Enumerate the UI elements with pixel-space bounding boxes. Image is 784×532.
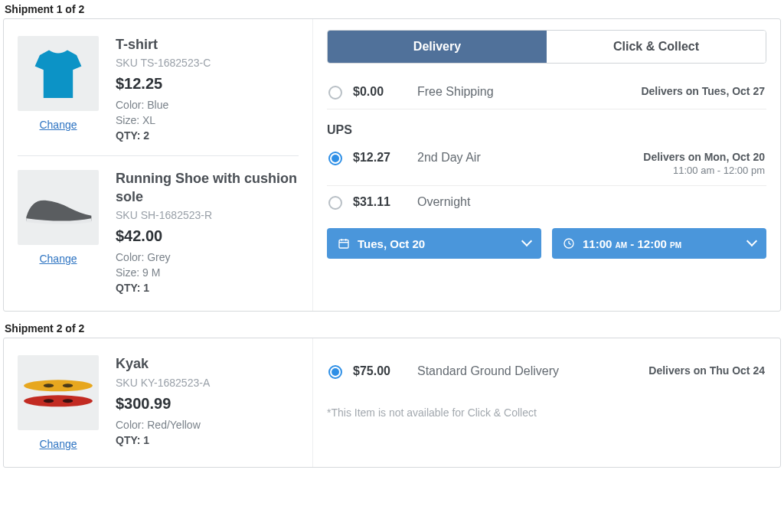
line-item: Change Running Shoe with cushion sole SK… — [18, 155, 299, 308]
radio-selected[interactable] — [328, 152, 342, 165]
change-link[interactable]: Change — [39, 119, 77, 131]
item-color: Color: Red/Yellow — [116, 419, 299, 431]
shipping-option[interactable]: $75.00 Standard Ground Delivery Delivers… — [327, 349, 766, 388]
svg-line-6 — [569, 243, 571, 244]
tab-click-collect[interactable]: Click & Collect — [547, 31, 766, 63]
option-name: Overnight — [417, 195, 754, 209]
shipment-panel: Change T-shirt SKU TS-1682523-C $12.25 C… — [3, 18, 781, 312]
shipment-label: Shipment 2 of 2 — [0, 319, 784, 338]
item-price: $42.00 — [116, 227, 299, 245]
thumb-col: Change — [18, 355, 99, 450]
radio-unselected[interactable] — [328, 86, 342, 100]
shipping-option[interactable]: $31.11 Overnight — [327, 186, 766, 219]
item-qty: QTY: 1 — [116, 282, 299, 294]
item-sku: SKU SH-1682523-R — [116, 209, 299, 221]
chevron-down-icon — [746, 236, 757, 246]
item-list: Change T-shirt SKU TS-1682523-C $12.25 C… — [4, 19, 313, 311]
thumb-col: Change — [18, 36, 99, 142]
collect-unavailable-note: *This Item is not available for Click & … — [327, 406, 766, 419]
item-title: Kyak — [116, 355, 299, 373]
option-delivers: Delivers on Tues, Oct 27 — [641, 85, 765, 97]
tab-delivery[interactable]: Delivery — [328, 31, 547, 63]
item-price: $300.99 — [116, 395, 299, 413]
option-delivers: Delivers on Mon, Oct 20 11:00 am - 12:00… — [643, 151, 765, 176]
item-qty: QTY: 2 — [116, 129, 299, 142]
item-title: Running Shoe with cushion sole — [116, 170, 299, 206]
date-picker[interactable]: Tues, Oct 20 — [327, 228, 541, 259]
item-size: Size: XL — [116, 114, 299, 126]
option-price: $75.00 — [353, 364, 407, 378]
shipping-option[interactable]: $0.00 Free Shipping Delivers on Tues, Oc… — [327, 76, 766, 109]
option-name: Standard Ground Delivery — [417, 364, 638, 378]
product-thumbnail-tshirt — [18, 36, 99, 111]
item-color: Color: Grey — [116, 251, 299, 263]
chevron-down-icon — [521, 236, 532, 246]
option-delivers-main: Delivers on Mon, Oct 20 — [643, 151, 765, 163]
shoe-icon — [20, 184, 96, 230]
thumb-col: Change — [18, 170, 99, 294]
item-price: $12.25 — [116, 75, 299, 93]
item-size: Size: 9 M — [116, 266, 299, 279]
line-item: Change Kyak SKU KY-1682523-A $300.99 Col… — [18, 349, 299, 464]
option-delivers: Delivers on Thu Oct 24 — [648, 364, 765, 377]
item-sku: SKU KY-1682523-A — [116, 377, 299, 389]
item-body: T-shirt SKU TS-1682523-C $12.25 Color: B… — [116, 36, 299, 142]
date-value: Tues, Oct 20 — [358, 237, 425, 250]
svg-rect-0 — [339, 240, 348, 248]
shipping-option[interactable]: $12.27 2nd Day Air Delivers on Mon, Oct … — [327, 142, 766, 186]
line-item: Change T-shirt SKU TS-1682523-C $12.25 C… — [18, 30, 299, 155]
time-value: 11:00 AM - 12:00 PM — [583, 237, 681, 250]
option-price: $0.00 — [353, 85, 407, 99]
item-body: Running Shoe with cushion sole SKU SH-16… — [116, 170, 299, 294]
option-name: 2nd Day Air — [417, 151, 632, 165]
radio-unselected[interactable] — [328, 196, 342, 210]
pickers: Tues, Oct 20 11:00 AM - 12:00 PM — [327, 228, 766, 259]
svg-point-8 — [44, 384, 54, 388]
option-price: $31.11 — [353, 195, 407, 209]
time-picker[interactable]: 11:00 AM - 12:00 PM — [552, 228, 766, 259]
shipment-label: Shipment 1 of 2 — [0, 0, 784, 18]
product-thumbnail-kayak — [18, 355, 99, 430]
shipping-options: $75.00 Standard Ground Delivery Delivers… — [313, 338, 780, 467]
tshirt-icon — [28, 43, 89, 104]
item-sku: SKU TS-1682523-C — [116, 57, 299, 69]
change-link[interactable]: Change — [39, 438, 77, 450]
shipping-options: Delivery Click & Collect $0.00 Free Ship… — [313, 19, 780, 311]
svg-point-9 — [63, 384, 73, 388]
radio-selected[interactable] — [328, 365, 342, 379]
item-title: T-shirt — [116, 36, 299, 54]
option-price: $12.27 — [353, 151, 407, 165]
svg-point-7 — [24, 380, 93, 392]
item-color: Color: Blue — [116, 99, 299, 111]
carrier-header: UPS — [327, 123, 766, 137]
item-list: Change Kyak SKU KY-1682523-A $300.99 Col… — [4, 338, 313, 467]
calendar-icon — [338, 237, 350, 250]
option-name: Free Shipping — [417, 85, 630, 99]
clock-icon — [563, 237, 575, 250]
item-body: Kyak SKU KY-1682523-A $300.99 Color: Red… — [116, 355, 299, 450]
svg-point-12 — [63, 400, 73, 403]
option-delivers-sub: 11:00 am - 12:00 pm — [643, 165, 765, 176]
svg-point-10 — [24, 396, 93, 407]
change-link[interactable]: Change — [39, 253, 77, 265]
svg-point-11 — [44, 400, 54, 403]
product-thumbnail-shoe — [18, 170, 99, 245]
item-qty: QTY: 1 — [116, 434, 299, 446]
kayak-icon — [20, 366, 96, 419]
tabs: Delivery Click & Collect — [327, 30, 766, 64]
shipment-panel: Change Kyak SKU KY-1682523-A $300.99 Col… — [3, 338, 781, 468]
